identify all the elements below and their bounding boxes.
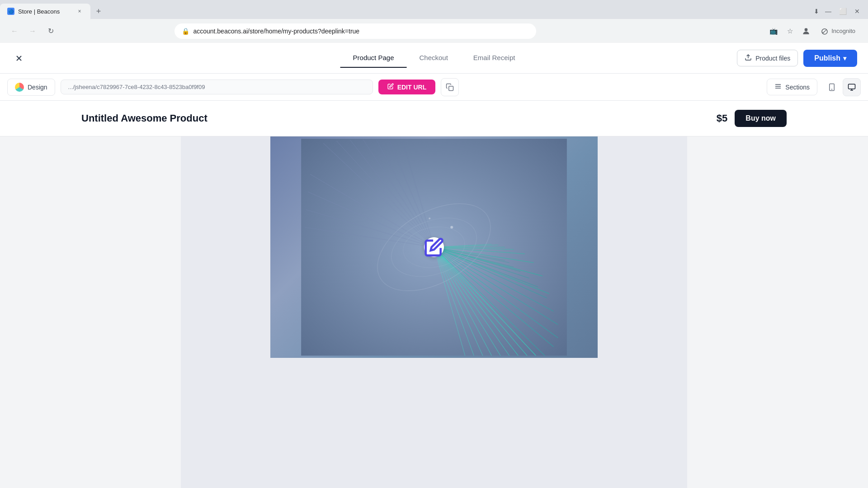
svg-point-57: [450, 226, 453, 229]
tab-checkout[interactable]: Checkout: [406, 48, 460, 68]
product-files-button[interactable]: Product files: [737, 50, 798, 66]
address-bar: ← → ↻ 🔒 account.beacons.ai/store/home/my…: [0, 19, 868, 43]
publish-button[interactable]: Publish ▾: [803, 50, 857, 67]
sections-button[interactable]: Sections: [767, 79, 817, 95]
preview-frame: [181, 136, 687, 488]
view-toggle: [823, 78, 861, 96]
tab-bar: Store | Beacons × + ⬇ — ⬜ ✕: [0, 0, 868, 19]
incognito-label: Incognito: [831, 28, 855, 34]
spiral-art: [270, 136, 598, 358]
incognito-btn[interactable]: Incognito: [815, 25, 861, 37]
nav-right: Product files Publish ▾: [737, 50, 857, 67]
nav-tabs: Product Page Checkout Email Receipt: [340, 48, 528, 68]
url-display: .../jsheena/c7829967-7ce8-4232-8c43-8523…: [61, 80, 373, 94]
minimize-btn[interactable]: —: [823, 6, 834, 17]
close-button[interactable]: [11, 50, 27, 66]
mobile-view-button[interactable]: [823, 78, 841, 96]
window-close-btn[interactable]: ✕: [852, 6, 863, 17]
product-title: Untitled Awesome Product: [81, 113, 208, 124]
app: Product Page Checkout Email Receipt Prod…: [0, 43, 868, 488]
tab-email-receipt[interactable]: Email Receipt: [461, 48, 528, 68]
profile-icon[interactable]: [799, 24, 813, 38]
svg-rect-4: [449, 86, 453, 90]
edit-url-label: EDIT URL: [397, 84, 427, 91]
design-color-icon: [15, 83, 24, 92]
window-controls: ⬇ — ⬜ ✕: [814, 6, 868, 17]
svg-point-0: [805, 28, 808, 31]
maximize-btn[interactable]: ⬜: [837, 6, 848, 17]
buy-now-button[interactable]: Buy now: [735, 110, 787, 127]
product-price-action: $5 Buy now: [717, 110, 787, 127]
back-button[interactable]: ←: [7, 24, 22, 38]
design-button[interactable]: Design: [7, 79, 55, 96]
tab-product-page[interactable]: Product Page: [340, 48, 407, 68]
product-files-label: Product files: [755, 55, 790, 62]
product-price: $5: [717, 113, 727, 124]
top-nav: Product Page Checkout Email Receipt Prod…: [0, 43, 868, 74]
tab-list-icon[interactable]: ⬇: [814, 8, 819, 15]
url-bar[interactable]: 🔒 account.beacons.ai/store/home/my-produ…: [175, 23, 536, 39]
tab-close-btn[interactable]: ×: [76, 8, 83, 15]
refresh-button[interactable]: ↻: [43, 24, 58, 38]
preview-area: [0, 136, 868, 488]
edit-url-button[interactable]: EDIT URL: [378, 80, 436, 94]
forward-button[interactable]: →: [25, 24, 40, 38]
browser-chrome: Store | Beacons × + ⬇ — ⬜ ✕ ← → ↻ 🔒 acco…: [0, 0, 868, 43]
sections-label: Sections: [785, 84, 810, 91]
copy-button[interactable]: [441, 78, 459, 96]
screen-cast-icon[interactable]: 📺: [766, 24, 781, 38]
sections-icon: [774, 83, 782, 91]
product-header: Untitled Awesome Product $5 Buy now: [0, 101, 868, 136]
upload-icon: [745, 54, 752, 62]
mouse-cursor: [587, 294, 598, 358]
edit-pencil-icon: [387, 83, 394, 91]
active-tab[interactable]: Store | Beacons ×: [0, 4, 90, 19]
design-label: Design: [28, 84, 47, 91]
desktop-view-button[interactable]: [843, 78, 861, 96]
product-image-container: [270, 136, 598, 358]
toolbar: Design .../jsheena/c7829967-7ce8-4232-8c…: [0, 74, 868, 101]
publish-chevron-icon: ▾: [843, 55, 846, 62]
lock-icon: 🔒: [182, 28, 189, 35]
edit-image-button[interactable]: [424, 237, 444, 257]
content-area: Untitled Awesome Product $5 Buy now: [0, 101, 868, 488]
bookmark-icon[interactable]: ☆: [783, 24, 797, 38]
address-bar-actions: 📺 ☆ Incognito: [766, 24, 861, 38]
tab-title: Store | Beacons: [18, 8, 60, 15]
url-text: account.beacons.ai/store/home/my-product…: [193, 28, 359, 35]
tab-favicon: [7, 8, 14, 15]
publish-label: Publish: [814, 54, 840, 62]
new-tab-button[interactable]: +: [92, 5, 105, 18]
svg-rect-10: [849, 84, 855, 89]
